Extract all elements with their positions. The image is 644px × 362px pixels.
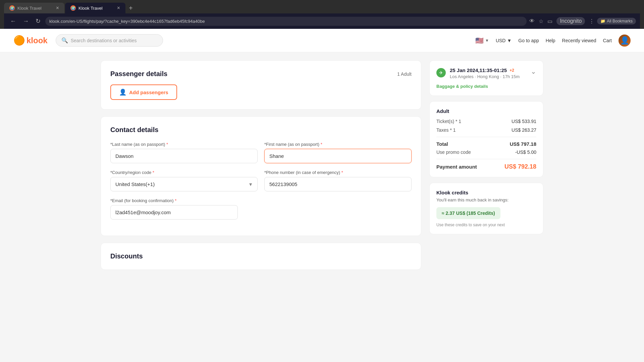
- credits-card: Klook credits You'll earn this much back…: [429, 183, 543, 234]
- last-name-group: *Last name (as on passport) *: [110, 142, 258, 163]
- name-row: *Last name (as on passport) * *First nam…: [110, 142, 412, 163]
- flight-expand-button[interactable]: ⌄: [531, 67, 536, 75]
- bookmarks-bar: 📁 All Bookmarks: [597, 18, 636, 24]
- ticket-value: US$ 533.91: [512, 119, 536, 124]
- total-value: US$ 797.18: [510, 141, 536, 147]
- flight-info: ✈ 25 Jan 2024,11:35-01:25 +2 Los Angeles…: [436, 67, 520, 79]
- folder-icon: 📁: [600, 19, 605, 23]
- tab-label-2: Klook Travel: [78, 6, 103, 11]
- tab-label-1: Klook Travel: [17, 6, 42, 11]
- email-input[interactable]: [110, 205, 238, 220]
- contact-details-card: Contact details *Last name (as on passpo…: [101, 116, 421, 236]
- currency-label: USD: [496, 38, 506, 43]
- required-marker: *: [166, 142, 168, 147]
- required-marker-2: *: [321, 142, 322, 147]
- forward-button[interactable]: →: [21, 16, 31, 26]
- last-name-input[interactable]: [110, 149, 258, 163]
- main-content: Passenger details 1 Adult 👤 Add passenge…: [87, 52, 557, 278]
- flight-route: Los Angeles · Hong Kong · 17h 15m: [450, 74, 520, 79]
- search-placeholder: Search destinations or activities: [71, 38, 137, 43]
- cart-link[interactable]: Cart: [603, 38, 612, 43]
- discounts-card: Discounts: [101, 243, 421, 270]
- flight-info-card: ✈ 25 Jan 2024,11:35-01:25 +2 Los Angeles…: [429, 60, 543, 96]
- pricing-section-title: Adult: [436, 108, 536, 114]
- logo-icon: 🟠: [13, 35, 25, 46]
- browser-tab-2[interactable]: 🌍 Klook Travel ×: [65, 3, 125, 13]
- logo[interactable]: 🟠 klook: [13, 35, 48, 46]
- phone-input[interactable]: [264, 177, 412, 191]
- country-code-select[interactable]: United States(+1): [110, 177, 258, 191]
- baggage-link[interactable]: Baggage & policy details: [436, 84, 536, 89]
- tab-favicon-1: 🌍: [9, 5, 15, 11]
- credits-title: Klook credits: [436, 190, 536, 195]
- flag-icon: 🇺🇸: [475, 37, 484, 45]
- adult-badge: 1 Adult: [397, 71, 412, 77]
- tab-favicon-2: 🌍: [70, 5, 76, 11]
- search-icon: 🔍: [61, 37, 68, 44]
- passenger-details-card: Passenger details 1 Adult 👤 Add passenge…: [101, 60, 421, 110]
- bookmark-icon[interactable]: ☆: [539, 18, 543, 24]
- language-selector[interactable]: 🇺🇸 ▼: [475, 37, 489, 45]
- pricing-card: Adult Ticket(s) * 1 US$ 533.91 Taxes * 1…: [429, 101, 543, 177]
- phone-group: *Phone number (in case of emergency) *: [264, 170, 412, 191]
- total-label: Total: [436, 141, 448, 147]
- eye-slash-icon: 👁: [529, 18, 535, 24]
- address-bar[interactable]: [45, 17, 527, 26]
- flight-details: 25 Jan 2024,11:35-01:25 +2 Los Angeles ·…: [450, 67, 520, 79]
- add-passengers-button[interactable]: 👤 Add passengers: [110, 84, 177, 100]
- country-code-wrapper: United States(+1) ▼: [110, 177, 258, 191]
- country-code-group: *Country/region code * United States(+1)…: [110, 170, 258, 191]
- back-button[interactable]: ←: [8, 16, 18, 26]
- search-bar[interactable]: 🔍 Search destinations or activities: [56, 34, 163, 47]
- menu-icon[interactable]: ⋮: [589, 18, 594, 24]
- first-name-input[interactable]: [264, 149, 412, 163]
- currency-selector[interactable]: USD ▼: [496, 38, 512, 43]
- email-group: *Email (for booking confirmation) *: [110, 198, 238, 220]
- first-name-label: *First name (as on passport) *: [264, 142, 412, 147]
- ticket-price-row: Ticket(s) * 1 US$ 533.91: [436, 119, 536, 124]
- credits-subtitle: You'll earn this much back in savings:: [436, 197, 536, 202]
- email-label: *Email (for booking confirmation) *: [110, 198, 238, 203]
- last-name-label: *Last name (as on passport) *: [110, 142, 258, 147]
- payment-value: US$ 792.18: [504, 163, 536, 170]
- avatar[interactable]: 👤: [619, 35, 631, 47]
- payment-label: Payment amount: [436, 164, 477, 170]
- currency-arrow: ▼: [507, 38, 512, 43]
- payment-row: Payment amount US$ 792.18: [436, 163, 536, 170]
- logo-text: klook: [26, 36, 48, 45]
- left-panel: Passenger details 1 Adult 👤 Add passenge…: [101, 60, 421, 270]
- avatar-icon: 👤: [620, 36, 629, 45]
- add-passengers-label: Add passengers: [129, 89, 168, 95]
- site-header: 🟠 klook 🔍 Search destinations or activit…: [0, 29, 644, 52]
- flight-datetime: 25 Jan 2024,11:35-01:25 +2: [450, 67, 520, 73]
- first-name-group: *First name (as on passport) *: [264, 142, 412, 163]
- recently-viewed-link[interactable]: Recently viewed: [562, 38, 596, 43]
- email-row: *Email (for booking confirmation) *: [110, 198, 412, 220]
- contact-details-title: Contact details: [110, 126, 158, 134]
- required-marker-4: *: [341, 170, 343, 175]
- taxes-value: US$ 263.27: [512, 127, 536, 133]
- country-code-label: *Country/region code *: [110, 170, 258, 175]
- promo-row: Use promo code -US$ 5.00: [436, 149, 536, 155]
- credits-amount: ≈ 2.37 US$ (185 Credits): [436, 207, 500, 219]
- credits-footnote: Use these credits to save on your next: [436, 223, 536, 227]
- help-link[interactable]: Help: [546, 38, 555, 43]
- taxes-label: Taxes * 1: [436, 127, 456, 133]
- reload-button[interactable]: ↻: [34, 16, 43, 26]
- extensions-icon[interactable]: ▭: [547, 18, 552, 24]
- go-to-app-link[interactable]: Go to app: [518, 38, 539, 43]
- promo-label: Use promo code: [436, 149, 471, 155]
- tab-close-1[interactable]: ×: [56, 5, 59, 11]
- person-icon: 👤: [119, 88, 126, 96]
- stops-badge: +2: [509, 68, 514, 73]
- flight-status-icon: ✈: [436, 68, 446, 77]
- passenger-details-title: Passenger details: [110, 70, 167, 78]
- required-marker-5: *: [175, 198, 176, 203]
- incognito-badge: Incognito: [556, 17, 585, 25]
- promo-value: -US$ 5.00: [515, 149, 536, 155]
- header-nav: 🇺🇸 ▼ USD ▼ Go to app Help Recently viewe…: [475, 35, 631, 47]
- phone-label: *Phone number (in case of emergency) *: [264, 170, 412, 175]
- browser-tab-1[interactable]: 🌍 Klook Travel ×: [4, 3, 64, 13]
- new-tab-button[interactable]: +: [126, 4, 136, 12]
- tab-close-2[interactable]: ×: [117, 5, 120, 11]
